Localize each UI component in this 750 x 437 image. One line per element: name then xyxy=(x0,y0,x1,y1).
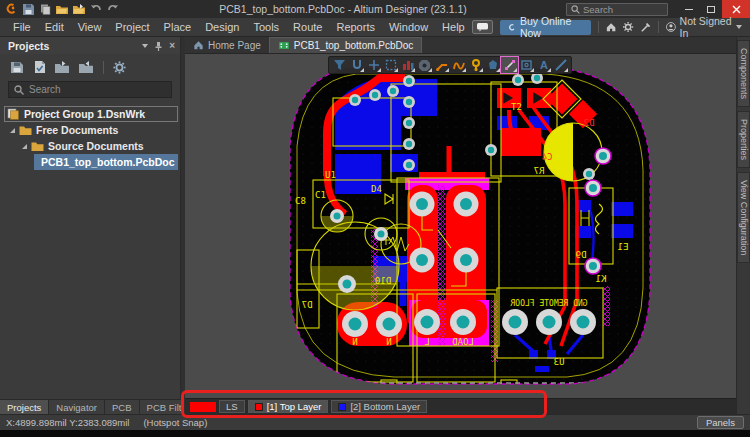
customize-icon[interactable] xyxy=(641,21,651,33)
svg-text:R7: R7 xyxy=(534,166,545,176)
validate-project-icon[interactable] xyxy=(33,60,46,74)
svg-text:D10: D10 xyxy=(375,276,391,286)
projects-panel-title: Projects xyxy=(8,40,49,52)
pin-icon[interactable] xyxy=(154,41,163,51)
menu-design[interactable]: Design xyxy=(198,21,246,33)
place-component-tool-icon[interactable] xyxy=(518,57,535,73)
menu-project[interactable]: Project xyxy=(108,21,156,33)
pad-tool-icon[interactable] xyxy=(416,57,433,73)
svg-text:LOAD: LOAD xyxy=(452,337,474,347)
pcb-doc-icon xyxy=(278,41,290,50)
buy-online-button[interactable]: Buy Online Now xyxy=(500,20,591,35)
tree-item-workspace[interactable]: Project Group 1.DsnWrk xyxy=(4,106,178,122)
interactive-route-tool-icon[interactable] xyxy=(433,57,450,73)
undo-icon[interactable] xyxy=(89,2,103,16)
gear-icon[interactable] xyxy=(623,21,633,33)
comment-button[interactable] xyxy=(472,20,494,34)
bottom-strip xyxy=(0,430,750,437)
tab-home-page[interactable]: Home Page xyxy=(185,37,269,53)
menu-place[interactable]: Place xyxy=(157,21,199,33)
menu-bar: File Edit View Project Place Design Tool… xyxy=(0,18,750,37)
panel-tab-navigator[interactable]: Navigator xyxy=(49,400,105,414)
pcb-board-view[interactable]: C3 U1 C1 C8 D4 T2 D2 C4 R7 D9 K1 E1 xyxy=(185,54,736,398)
user-icon xyxy=(666,21,676,33)
comment-icon xyxy=(476,22,489,32)
panels-button[interactable]: Panels xyxy=(697,416,744,429)
svg-text:D4: D4 xyxy=(371,184,382,194)
menu-window[interactable]: Window xyxy=(382,21,435,33)
document-tab-bar: Home Page PCB1_top_bottom.PcbDoc xyxy=(185,37,736,54)
tree-item-free-documents[interactable]: Free Documents xyxy=(0,122,180,138)
tab-pcb-document[interactable]: PCB1_top_bottom.PcbDoc xyxy=(269,37,423,53)
home-icon[interactable] xyxy=(606,21,616,33)
open-project-icon[interactable] xyxy=(72,2,86,16)
tree-item-pcb-document[interactable]: PCB1_top_bottom.PcbDoc xyxy=(34,154,178,170)
right-panel-tab-strip: Components Properties View Configuration xyxy=(736,37,750,414)
buy-online-icon xyxy=(508,23,516,32)
menu-reports[interactable]: Reports xyxy=(329,21,382,33)
panel-tab-properties[interactable]: Properties xyxy=(737,111,750,168)
pad-stack-tool-icon[interactable] xyxy=(399,57,416,73)
select-area-tool-icon[interactable] xyxy=(382,57,399,73)
panel-tab-pcb[interactable]: PCB xyxy=(105,400,140,414)
pcb-editor-canvas[interactable]: C3 U1 C1 C8 D4 T2 D2 C4 R7 D9 K1 E1 xyxy=(185,54,736,398)
menu-edit[interactable]: Edit xyxy=(38,21,71,33)
panel-settings-gear-icon[interactable] xyxy=(113,61,126,74)
save-icon[interactable] xyxy=(21,2,35,16)
close-panel-icon[interactable]: × xyxy=(169,40,175,51)
sign-in-label: Not Signed In xyxy=(680,15,732,39)
cursor-coordinates: X:4899.898mil Y:2383.089mil xyxy=(6,417,129,428)
left-panel-tabs: Projects Navigator PCB PCB Filter xyxy=(0,399,180,414)
svg-text:D7: D7 xyxy=(302,300,313,310)
add-document-icon[interactable] xyxy=(79,61,94,74)
menu-file[interactable]: File xyxy=(6,21,38,33)
panel-tab-view-configuration[interactable]: View Configuration xyxy=(737,172,750,263)
svg-text:T2: T2 xyxy=(511,102,522,112)
copy-icon[interactable] xyxy=(38,2,52,16)
svg-text:C4: C4 xyxy=(542,152,553,162)
current-layer-color-swatch xyxy=(190,402,216,412)
slice-tracks-tool-icon[interactable] xyxy=(501,57,518,73)
projects-search-box[interactable] xyxy=(8,81,172,98)
workspace-icon xyxy=(7,108,20,120)
svg-text:D9: D9 xyxy=(576,250,587,260)
panel-menu-icon[interactable] xyxy=(142,44,148,48)
sign-in-control[interactable]: Not Signed In xyxy=(666,15,742,39)
svg-text:GND REMOTE FLOOR: GND REMOTE FLOOR xyxy=(510,299,587,308)
tree-expander-icon[interactable] xyxy=(22,144,27,149)
open-documents-icon[interactable] xyxy=(55,61,70,74)
global-search-input[interactable] xyxy=(583,4,663,15)
search-icon xyxy=(571,5,580,14)
status-bar: X:4899.898mil Y:2383.089mil (Hotspot Sna… xyxy=(0,414,750,430)
svg-text:C1: C1 xyxy=(315,190,326,200)
altium-designer-window: PCB1_top_bottom.PcbDoc - Altium Designer… xyxy=(0,0,750,437)
projects-panel: Projects × xyxy=(0,37,181,414)
save-all-icon[interactable] xyxy=(10,60,24,74)
open-folder-icon[interactable] xyxy=(55,2,69,16)
redo-icon[interactable] xyxy=(106,2,120,16)
layer-tab-top[interactable]: [1] Top Layer xyxy=(248,400,329,413)
layer-sets-button[interactable]: LS xyxy=(219,400,245,413)
via-tool-icon[interactable] xyxy=(467,57,484,73)
global-search-box[interactable] xyxy=(566,3,668,16)
projects-search-input[interactable] xyxy=(29,84,166,95)
menu-tools[interactable]: Tools xyxy=(246,21,286,33)
filter-tool-icon[interactable] xyxy=(331,57,348,73)
menu-route[interactable]: Route xyxy=(286,21,329,33)
altium-logo-icon xyxy=(4,2,18,16)
string-text-tool-icon[interactable]: A xyxy=(535,57,552,73)
panel-tab-projects[interactable]: Projects xyxy=(0,400,49,414)
snapping-tool-icon[interactable] xyxy=(348,57,365,73)
menu-view[interactable]: View xyxy=(71,21,109,33)
polygon-pour-tool-icon[interactable] xyxy=(484,57,501,73)
layer-tab-bottom[interactable]: [2] Bottom Layer xyxy=(331,400,427,413)
menu-help[interactable]: Help xyxy=(435,21,472,33)
move-tool-icon[interactable] xyxy=(365,57,382,73)
route-diff-pair-tool-icon[interactable] xyxy=(450,57,467,73)
panel-tab-components[interactable]: Components xyxy=(737,40,750,107)
svg-text:L: L xyxy=(424,337,429,347)
tree-expander-icon[interactable] xyxy=(10,128,15,133)
line-tool-icon[interactable] xyxy=(552,57,569,73)
tree-item-source-documents[interactable]: Source Documents xyxy=(0,138,180,154)
projects-tree: Project Group 1.DsnWrk Free Documents So… xyxy=(0,102,180,399)
